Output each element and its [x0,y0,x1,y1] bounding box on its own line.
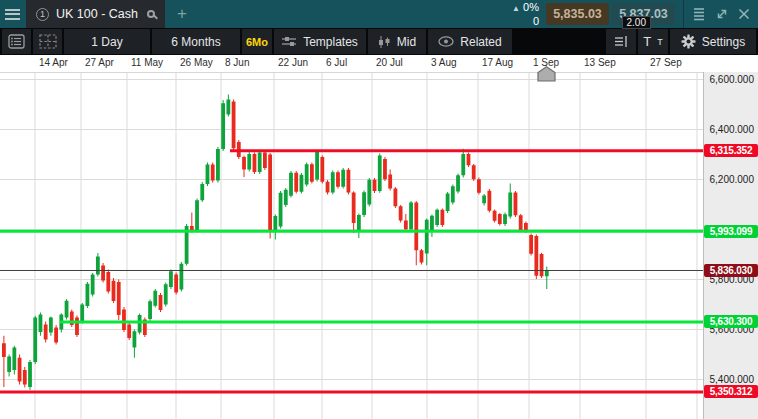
candle-body [347,170,351,193]
candle-body [49,318,53,333]
sell-price-button[interactable]: 5,835.03 [546,3,609,25]
candle-body [467,154,471,165]
candle-body [106,272,110,292]
candle-body [503,214,507,224]
candle-body [294,173,298,192]
candle-body [540,254,544,276]
chart-area[interactable]: 14 Apr27 Apr11 May26 May8 Jun22 Jun6 Jul… [0,55,758,419]
candle-body [545,271,549,277]
menu-icon[interactable] [5,9,20,20]
candle-body [404,221,408,230]
candle-body [482,196,486,204]
candle-body [127,325,131,339]
candle-body [409,203,413,230]
candle-body [508,193,512,217]
candle-body [300,175,304,192]
level-price-label[interactable]: 5,350.312 [704,385,758,398]
price-tick-label: 5,400.000 [710,374,755,385]
date-label: 6 Jul [326,57,347,68]
candle-body [493,211,497,221]
chart-toolbar: 1 Day 6 Months 6Mo Templates Mid Related [0,28,758,55]
date-label: 11 May [131,57,163,68]
search-icon[interactable] [147,10,155,18]
templates-button[interactable]: Templates [274,29,366,54]
current-date-marker[interactable] [537,66,556,82]
candle-body [514,193,518,216]
candle-body [44,325,48,340]
candle-body [226,100,230,115]
toolbar-spacer [514,29,604,54]
candle-body [273,216,277,231]
date-label: 17 Aug [482,57,513,68]
range-dropdown[interactable]: 6 Months [152,29,240,54]
price-ladder-icon[interactable] [694,7,706,21]
candle-body [23,370,27,385]
price-axis[interactable]: 6,600.0006,400.0006,200.0006,000.0005,80… [703,72,758,419]
candle-body [341,170,345,187]
settings-label: Settings [702,35,745,49]
chart-list-button[interactable] [2,29,31,54]
candle-body [153,291,157,306]
date-label: 8 Jun [225,57,249,68]
candle-body [247,154,251,170]
candle-body [169,271,173,287]
candle-body [383,159,387,179]
new-tab-button[interactable]: + [165,1,199,27]
candle-body [529,235,533,254]
text-size-label-big: T [643,34,651,49]
candle-body [86,284,90,306]
expand-icon[interactable] [715,7,729,21]
mid-label: Mid [397,35,416,49]
date-label: 26 May [180,57,213,68]
candle-body [195,200,199,230]
candle-body [430,216,434,232]
instrument-tab[interactable]: 1 UK 100 - Cash [26,0,165,28]
candle-body [112,281,116,301]
price-tick-label: 6,600.000 [710,74,755,85]
range-badge-button[interactable]: 6Mo [242,29,272,54]
candle-body [75,318,79,336]
up-arrow-icon: ▲ [512,4,520,13]
chart-plot-svg[interactable] [0,55,758,419]
templates-label: Templates [303,35,358,49]
layout-grid-icon [39,34,57,49]
range-badge-label: 6Mo [246,36,268,48]
period-dropdown[interactable]: 1 Day [64,29,150,54]
layout-grid-button[interactable] [33,29,62,54]
price-tick-label: 6,400.000 [710,124,755,135]
level-price-label[interactable]: 5,836.030 [704,264,758,277]
date-label: 27 Sep [650,57,682,68]
candle-body [122,310,126,331]
candle-body [164,284,168,304]
candle-body [138,315,142,333]
related-button[interactable]: Related [428,29,512,54]
depth-button[interactable] [606,29,636,54]
level-price-label[interactable]: 5,993.099 [704,225,758,238]
window-controls [683,0,758,28]
level-price-label[interactable]: 6,315.352 [704,144,758,157]
mid-price-button[interactable]: Mid [368,29,426,54]
candle-body [357,215,361,230]
text-size-button[interactable]: TT [638,29,668,54]
candle-body [174,275,178,293]
candle-body [179,264,183,290]
candle-body [378,156,382,192]
change-percent: 0% [523,1,539,13]
candle-body [326,182,330,193]
level-price-label[interactable]: 5,630.300 [704,315,758,328]
candle-body [425,220,429,254]
date-label: 13 Sep [584,57,616,68]
candle-body [2,343,6,357]
candle-body [451,186,455,202]
candle-body [133,331,137,347]
candle-body [268,155,272,231]
candle-body [7,357,11,373]
close-icon[interactable] [738,8,750,20]
candle-body [352,193,356,224]
candle-body [394,189,398,207]
candle-body [373,180,377,191]
candle-body [253,154,257,172]
date-label: 20 Jul [376,57,403,68]
settings-button[interactable]: Settings [670,29,756,54]
top-bar: 1 UK 100 - Cash + ▲ 0% 0 5,835.03 5,837.… [0,0,758,28]
